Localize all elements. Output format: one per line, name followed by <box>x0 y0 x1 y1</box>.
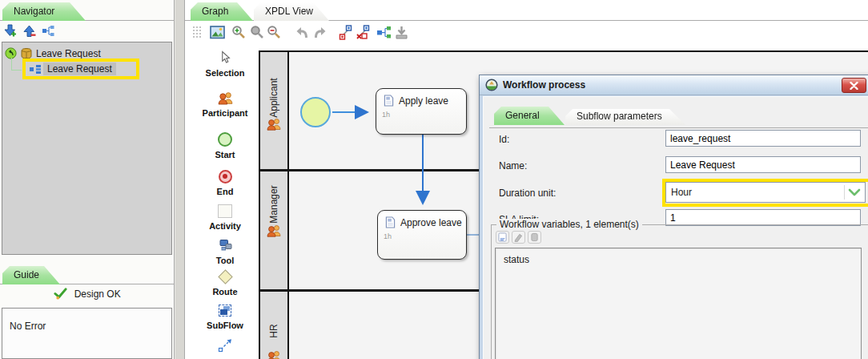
dialog-body: General Subflow parameters Id: Name: Dur… <box>483 96 868 359</box>
workflow-process-dialog: Workflow process General Subflow paramet… <box>479 75 868 359</box>
add-connection-icon[interactable] <box>338 25 353 40</box>
undo-icon[interactable] <box>295 25 311 40</box>
design-status: Design OK <box>0 288 175 300</box>
variable-item-status[interactable]: status <box>496 248 861 265</box>
tab-graph[interactable]: Graph <box>191 2 253 21</box>
lane-participant-icon <box>266 118 282 131</box>
activity-node-apply-leave[interactable]: Apply leave 1h <box>376 88 467 135</box>
tab-graph-label: Graph <box>202 6 228 17</box>
layout-tree-icon[interactable] <box>376 25 392 40</box>
lane-participant-icon <box>266 224 282 237</box>
design-status-label: Design OK <box>74 288 121 300</box>
palette-start[interactable]: Start <box>193 131 257 159</box>
check-icon <box>54 288 67 300</box>
participant-icon <box>217 91 234 105</box>
toolbar-grip[interactable] <box>192 26 203 39</box>
zoom-out-icon[interactable] <box>267 25 282 40</box>
tab-general[interactable]: General <box>494 107 565 125</box>
zoom-in-icon[interactable] <box>231 25 247 40</box>
tab-navigator-label: Navigator <box>14 6 54 17</box>
tree-connector-line <box>11 58 22 71</box>
tab-xpdl-view[interactable]: XPDL View <box>254 2 329 21</box>
navigator-tree: Leave Request Leave Request <box>2 42 172 255</box>
activity-label: Apply leave <box>399 95 448 107</box>
lane-participant-icon <box>266 350 282 359</box>
lane-label-hr[interactable]: HR <box>268 295 279 359</box>
tree-view-icon[interactable] <box>42 24 55 38</box>
task-icon <box>385 216 396 228</box>
transition-icon <box>218 337 233 353</box>
remove-item-icon[interactable] <box>22 24 36 38</box>
new-variable-icon[interactable] <box>496 231 509 244</box>
navigator-toolbar <box>3 24 55 40</box>
tree-root-label: Leave Request <box>36 48 101 59</box>
name-label: Name: <box>499 160 527 171</box>
delete-variable-icon[interactable] <box>528 231 541 244</box>
subflow-icon <box>219 305 231 317</box>
tab-guide-label: Guide <box>14 269 39 280</box>
palette-participant[interactable]: Participant <box>193 90 257 118</box>
navigator-panel: Navigator Leave Request Leave Request Gu… <box>0 0 175 359</box>
palette-subflow[interactable]: SubFlow <box>193 302 257 330</box>
duration-unit-select[interactable]: Hour <box>665 182 866 203</box>
guide-message: No Error <box>10 321 46 332</box>
dialog-title: Workflow process <box>503 79 585 91</box>
tree-node-icon <box>30 67 34 71</box>
workflow-variables-group: Workflow variables, 1 element(s) status <box>491 224 868 359</box>
close-button[interactable] <box>842 78 866 93</box>
panel-splitter[interactable] <box>175 0 184 359</box>
package-icon <box>20 47 33 59</box>
dialog-titlebar[interactable]: Workflow process <box>480 75 868 95</box>
guide-message-box: No Error <box>2 308 172 359</box>
id-label: Id: <box>499 134 509 145</box>
start-icon <box>218 132 232 147</box>
cursor-icon <box>219 50 231 65</box>
task-icon <box>384 95 394 107</box>
palette-route[interactable]: Route <box>193 268 257 296</box>
duration-unit-value: Hour <box>666 187 844 198</box>
overview-image-icon[interactable] <box>210 25 225 40</box>
end-icon <box>219 170 232 184</box>
tab-subflow-parameters[interactable]: Subflow parameters <box>565 109 685 125</box>
add-item-icon[interactable] <box>3 24 17 38</box>
route-icon <box>218 269 232 284</box>
palette-end[interactable]: End <box>193 168 257 196</box>
palette-transition[interactable] <box>193 337 257 353</box>
variables-list[interactable]: status <box>495 248 862 359</box>
tab-navigator[interactable]: Navigator <box>2 2 86 21</box>
duration-unit-label: Duration unit: <box>499 188 556 199</box>
tab-subflow-label: Subflow parameters <box>577 111 662 122</box>
activity-duration: 1h <box>378 228 466 240</box>
subprocess-icon <box>36 65 41 74</box>
zoom-cursor-icon[interactable] <box>250 25 265 40</box>
chevron-down-icon <box>848 188 861 197</box>
activity-duration: 1h <box>376 107 466 119</box>
app-icon <box>485 79 498 91</box>
workflow-variables-legend: Workflow variables, 1 element(s) <box>496 219 642 230</box>
tab-general-label: General <box>505 110 540 121</box>
tab-guide[interactable]: Guide <box>2 266 60 284</box>
palette-selection[interactable]: Selection <box>193 50 257 78</box>
redo-icon[interactable] <box>311 25 327 40</box>
name-field[interactable] <box>665 156 861 173</box>
palette-tool[interactable]: Tool <box>193 237 257 265</box>
tool-icon <box>218 239 233 252</box>
variables-toolbar <box>496 231 541 244</box>
activity-icon <box>218 204 232 218</box>
tree-child-label: Leave Request <box>43 63 116 75</box>
sla-limit-field[interactable] <box>665 209 861 226</box>
close-icon <box>850 82 858 90</box>
activity-node-approve-leave[interactable]: Approve leave 1h <box>377 210 467 260</box>
divider-line <box>489 127 868 128</box>
duration-unit-highlight: Hour <box>662 179 868 207</box>
activity-label: Approve leave <box>400 217 462 228</box>
export-icon[interactable] <box>394 25 409 40</box>
id-field[interactable] <box>665 130 861 147</box>
palette-activity[interactable]: Activity <box>193 203 257 231</box>
edit-variable-icon[interactable] <box>512 231 525 244</box>
tab-xpdl-label: XPDL View <box>265 6 313 17</box>
delete-connection-icon[interactable] <box>356 25 371 40</box>
tree-child-highlight[interactable]: Leave Request <box>22 58 139 79</box>
start-node[interactable] <box>300 97 331 127</box>
